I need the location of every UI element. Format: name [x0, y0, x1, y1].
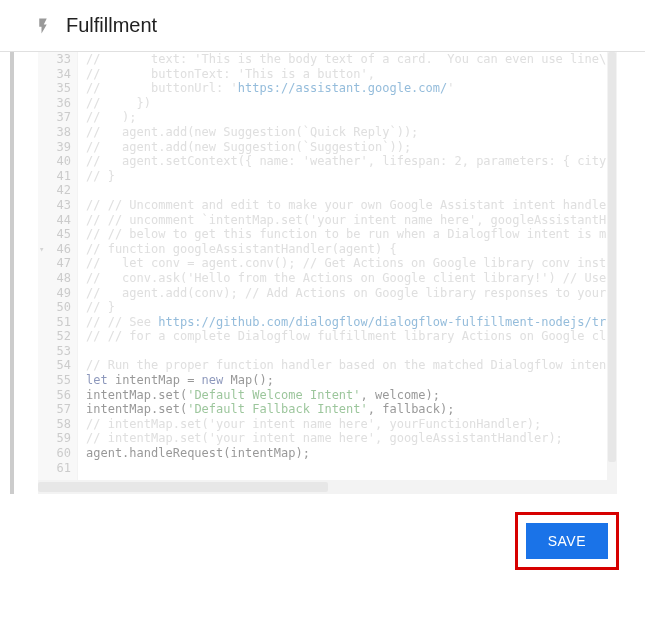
line-number: 40 [42, 154, 71, 169]
line-number: 38 [42, 125, 71, 140]
code-line: // // See https://github.com/dialogflow/… [86, 315, 609, 330]
line-number: 34 [42, 67, 71, 82]
editor-region: 3334353637383940414243444546474849505152… [10, 52, 645, 494]
header: Fulfillment [0, 0, 645, 52]
line-number: 33 [42, 52, 71, 67]
line-number: 48 [42, 271, 71, 286]
line-gutter: 3334353637383940414243444546474849505152… [38, 52, 78, 480]
line-number: 35 [42, 81, 71, 96]
code-line: // text: 'This is the body text of a car… [86, 52, 609, 67]
code-line: let intentMap = new Map(); [86, 373, 609, 388]
code-line: // agent.setContext({ name: 'weather', l… [86, 154, 609, 169]
line-number: 59 [42, 431, 71, 446]
code-line: // } [86, 300, 609, 315]
page-title: Fulfillment [66, 14, 157, 37]
code-line: intentMap.set('Default Fallback Intent',… [86, 402, 609, 417]
code-line: // buttonUrl: 'https://assistant.google.… [86, 81, 609, 96]
code-editor[interactable]: 3334353637383940414243444546474849505152… [38, 52, 617, 494]
code-line: // } [86, 169, 609, 184]
code-line: // // below to get this function to be r… [86, 227, 609, 242]
editor-viewport: 3334353637383940414243444546474849505152… [38, 52, 617, 480]
code-line: // agent.add(conv); // Add Actions on Go… [86, 286, 609, 301]
code-line: // ); [86, 110, 609, 125]
line-number: 42 [42, 183, 71, 198]
code-line: // agent.add(new Suggestion(`Quick Reply… [86, 125, 609, 140]
line-number: 51 [42, 315, 71, 330]
code-line: intentMap.set('Default Welcome Intent', … [86, 388, 609, 403]
horizontal-scrollbar[interactable] [38, 480, 617, 494]
bolt-icon [34, 17, 52, 35]
code-line [86, 344, 609, 359]
save-highlight-box: SAVE [515, 512, 619, 570]
line-number: 61 [42, 461, 71, 476]
vertical-scrollbar[interactable] [608, 52, 616, 462]
code-line: // intentMap.set('your intent name here'… [86, 417, 609, 432]
code-line: // // for a complete Dialogflow fulfillm… [86, 329, 609, 344]
line-number: 45 [42, 227, 71, 242]
line-number: 53 [42, 344, 71, 359]
code-line: // Run the proper function handler based… [86, 358, 609, 373]
code-line: // agent.add(new Suggestion(`Suggestion`… [86, 140, 609, 155]
line-number: 55 [42, 373, 71, 388]
line-number: 56 [42, 388, 71, 403]
code-line [86, 183, 609, 198]
line-number: 58 [42, 417, 71, 432]
code-area[interactable]: // text: 'This is the body text of a car… [78, 52, 617, 480]
line-number: 47 [42, 256, 71, 271]
line-number: 39 [42, 140, 71, 155]
code-line: // let conv = agent.conv(); // Get Actio… [86, 256, 609, 271]
line-number: 44 [42, 213, 71, 228]
horizontal-scrollbar-thumb[interactable] [38, 482, 328, 492]
line-number: 43 [42, 198, 71, 213]
code-line: // buttonText: 'This is a button', [86, 67, 609, 82]
line-number: 46 [42, 242, 71, 257]
line-number: 57 [42, 402, 71, 417]
line-number: 36 [42, 96, 71, 111]
line-number: 49 [42, 286, 71, 301]
line-number: 60 [42, 446, 71, 461]
footer: SAVE [0, 494, 645, 588]
code-line: // intentMap.set('your intent name here'… [86, 431, 609, 446]
save-button[interactable]: SAVE [526, 523, 608, 559]
code-line: // // Uncomment and edit to make your ow… [86, 198, 609, 213]
line-number: 37 [42, 110, 71, 125]
code-line [86, 461, 609, 476]
line-number: 41 [42, 169, 71, 184]
line-number: 54 [42, 358, 71, 373]
code-line: // function googleAssistantHandler(agent… [86, 242, 609, 257]
code-line: // conv.ask('Hello from the Actions on G… [86, 271, 609, 286]
page-container: Fulfillment 3334353637383940414243444546… [0, 0, 645, 629]
line-number: 52 [42, 329, 71, 344]
code-line: agent.handleRequest(intentMap); [86, 446, 609, 461]
code-line: // // uncomment `intentMap.set('your int… [86, 213, 609, 228]
line-number: 50 [42, 300, 71, 315]
code-line: // }) [86, 96, 609, 111]
